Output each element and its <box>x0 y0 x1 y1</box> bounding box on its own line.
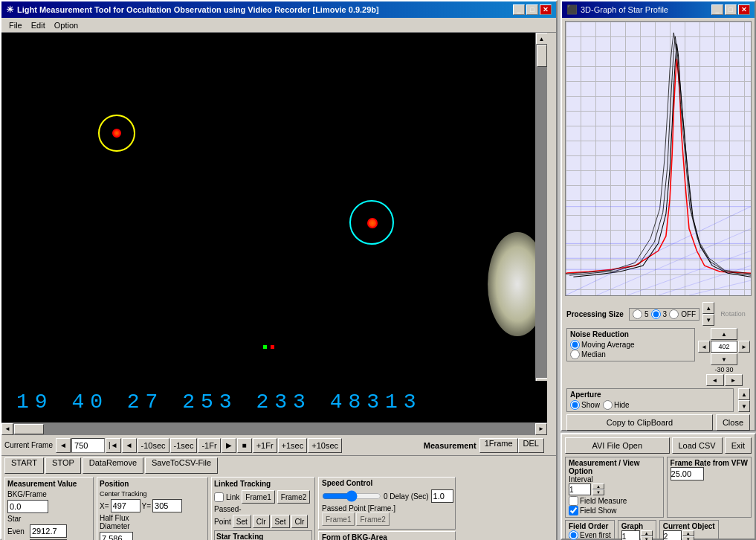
close-graph-btn[interactable]: Close <box>716 414 750 431</box>
hide-radio-row[interactable]: Hide <box>603 400 630 410</box>
copy-clipboard-btn[interactable]: Copy to ClipBoard <box>566 414 713 431</box>
first-frame-btn[interactable]: |◄ <box>106 438 121 453</box>
rot-neg30-btn[interactable]: ◄ <box>706 374 724 386</box>
start-btn[interactable]: START <box>4 457 44 474</box>
moving-avg-radio[interactable] <box>570 340 580 350</box>
even-first-radio[interactable] <box>569 530 578 540</box>
graph-up-btn[interactable]: ▲ <box>641 530 653 536</box>
play-btn[interactable]: ▶ <box>222 438 236 453</box>
pp-frame1-btn[interactable]: Frame1 <box>322 512 355 526</box>
aperture-up-btn[interactable]: ▲ <box>738 388 750 400</box>
x-input[interactable] <box>111 499 140 512</box>
minus1sec-btn[interactable]: -1sec <box>170 438 198 453</box>
h-scroll-right-btn[interactable]: ► <box>535 423 547 435</box>
y-input[interactable] <box>152 499 182 512</box>
proc-size-3-radio[interactable] <box>651 309 661 319</box>
half-flux-input[interactable] <box>100 532 133 540</box>
speed-control-label: Speed Control <box>322 479 452 487</box>
h-scrollbar[interactable]: ◄ ► <box>1 422 547 434</box>
scroll-up-btn[interactable]: ▲ <box>536 33 548 45</box>
avi-file-open-btn[interactable]: AVI File Open <box>565 437 670 454</box>
video-scrollbar-right[interactable]: ▲ ▼ <box>535 33 547 381</box>
prev-frame-btn[interactable]: ◄ <box>122 438 137 453</box>
lt-set1-btn[interactable]: Set <box>233 515 251 528</box>
pp-frame2-btn[interactable]: Frame2 <box>356 512 389 526</box>
proc-size-up-btn[interactable]: ▲ <box>702 302 714 314</box>
measurement-label: Measurement <box>424 441 476 450</box>
proc-size-off-radio[interactable] <box>669 309 679 319</box>
frame-input[interactable] <box>71 438 105 453</box>
clipboard-close-row: Copy to ClipBoard Close <box>566 414 750 431</box>
show-radio-row[interactable]: Show <box>570 400 600 410</box>
rot-left-btn[interactable]: ◄ <box>698 341 710 353</box>
plus1fr-btn[interactable]: +1Fr <box>253 438 277 453</box>
rot-pos30-btn[interactable]: ► <box>725 374 743 386</box>
frame-rate-input[interactable] <box>671 467 704 480</box>
maximize-button[interactable]: □ <box>526 4 538 15</box>
del-btn[interactable]: DEL <box>518 438 544 453</box>
current-object-input[interactable] <box>663 530 682 540</box>
interval-input[interactable] <box>569 483 591 495</box>
rot-up-btn[interactable]: ▲ <box>711 328 737 340</box>
h-scroll-left-btn[interactable]: ◄ <box>1 423 13 435</box>
even-input[interactable] <box>30 524 67 538</box>
median-radio[interactable] <box>570 350 580 359</box>
graph-minimize-btn[interactable]: _ <box>711 4 723 15</box>
star-tracking-section: Star Tracking Sync-APT Anchor Drift <box>214 530 312 540</box>
delay-input[interactable] <box>431 489 453 503</box>
lt-set2-btn[interactable]: Set <box>271 515 290 528</box>
minus1fr-btn[interactable]: -1Fr <box>198 438 220 453</box>
scroll-left-far-btn[interactable]: ◄ <box>56 438 71 453</box>
link-checkbox[interactable] <box>214 492 224 502</box>
field-show-checkbox[interactable] <box>569 506 578 515</box>
rot-down-btn[interactable]: ▼ <box>711 353 737 365</box>
menu-option[interactable]: Option <box>50 20 83 30</box>
save-csv-btn[interactable]: SaveToCSV-File <box>145 457 218 474</box>
1frame-btn[interactable]: 1Frame <box>479 438 518 453</box>
scroll-down-btn[interactable]: ▼ <box>536 378 548 381</box>
exit-btn[interactable]: Exit <box>725 437 752 454</box>
menu-edit[interactable]: Edit <box>27 20 50 30</box>
stop-btn2[interactable]: STOP <box>45 457 81 474</box>
h-scroll-thumb[interactable] <box>14 424 44 434</box>
bkg-value-input[interactable] <box>7 500 48 513</box>
stop-btn[interactable]: ■ <box>237 438 252 453</box>
graph-close-btn[interactable]: ✕ <box>738 4 750 15</box>
menu-bar: File Edit Option <box>1 18 556 33</box>
even-first-radio-row[interactable]: Even first <box>569 530 611 540</box>
speed-slider[interactable] <box>322 490 381 502</box>
rot-right-btn[interactable]: ► <box>738 341 750 353</box>
median-radio-row[interactable]: Median <box>570 350 691 359</box>
obj-up-btn[interactable]: ▲ <box>682 530 694 536</box>
frame1-lt-btn[interactable]: Frame1 <box>242 490 274 504</box>
menu-file[interactable]: File <box>4 20 27 30</box>
rotation-label: Rotation <box>720 310 746 318</box>
minimize-button[interactable]: _ <box>513 4 525 15</box>
interval-down-btn[interactable]: ▼ <box>592 489 604 495</box>
minus10sec-btn[interactable]: -10sec <box>138 438 169 453</box>
field-measure-checkbox[interactable] <box>569 496 578 506</box>
plus10sec-btn[interactable]: +10sec <box>308 438 342 453</box>
obj-down-btn[interactable]: ▼ <box>682 536 694 540</box>
interval-up-btn[interactable]: ▲ <box>592 483 604 489</box>
show-radio[interactable] <box>570 400 580 410</box>
graph-window: ⬛ 3D-Graph of Star Profile _ □ ✕ <box>560 0 756 431</box>
lt-clr2-btn[interactable]: Clr <box>291 515 308 528</box>
proc-size-down-btn[interactable]: ▼ <box>702 314 714 326</box>
lt-clr1-btn[interactable]: Clr <box>253 515 270 528</box>
proc-size-5-radio[interactable] <box>633 309 642 319</box>
data-remove-btn[interactable]: DataRemove <box>83 457 143 474</box>
moving-avg-radio-row[interactable]: Moving Average <box>570 340 691 350</box>
plus1sec-btn[interactable]: +1sec <box>278 438 308 453</box>
scroll-thumb[interactable] <box>537 45 547 67</box>
close-button[interactable]: ✕ <box>540 4 552 15</box>
hide-radio[interactable] <box>603 400 613 410</box>
load-csv-btn[interactable]: Load CSV <box>672 437 723 454</box>
aperture-down-btn[interactable]: ▼ <box>738 400 750 412</box>
graph-down-btn[interactable]: ▼ <box>641 536 653 540</box>
graph-input[interactable] <box>621 530 640 540</box>
graph-maximize-btn[interactable]: □ <box>725 4 737 15</box>
dot-green <box>263 345 267 349</box>
field-show-label: Field Show <box>580 507 616 515</box>
frame2-lt-btn[interactable]: Frame2 <box>277 490 310 504</box>
